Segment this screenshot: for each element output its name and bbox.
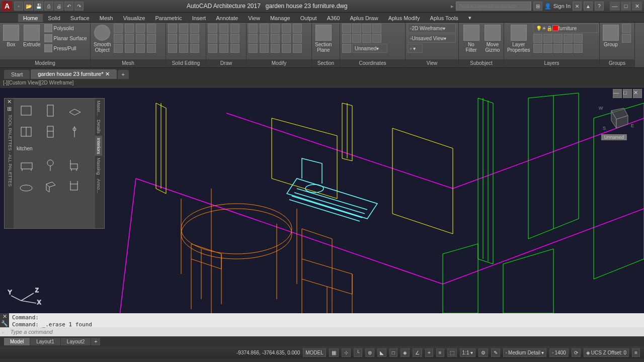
panel-solidedit-title[interactable]: Solid Editing — [166, 59, 206, 67]
panel-draw-title[interactable]: Draw — [206, 59, 246, 67]
mesh-tool-icon[interactable] — [147, 34, 156, 43]
palette-tab[interactable]: Anno... — [95, 177, 102, 196]
saveas-icon[interactable]: ⎙ — [44, 2, 53, 11]
modify-tool-icon[interactable] — [260, 34, 269, 43]
view-dropdown[interactable]: ▫ Unsaved View ▾ — [408, 34, 456, 43]
layer-tool-icon[interactable] — [574, 34, 583, 43]
modify-tool-icon[interactable] — [282, 34, 291, 43]
status-snap-icon[interactable]: ⊹ — [342, 348, 351, 357]
solidedit-tool-icon[interactable] — [179, 34, 188, 43]
group-tool-icon[interactable] — [622, 34, 631, 43]
visual-style-dropdown[interactable]: ▫ 2D Wireframe ▾ — [408, 24, 456, 33]
ribbon-overflow-icon[interactable]: ▾ — [463, 14, 476, 22]
close-button[interactable]: ✕ — [632, 2, 642, 11]
layer-tool-icon[interactable] — [533, 44, 542, 53]
draw-tool-icon[interactable] — [219, 44, 228, 53]
palette-item[interactable] — [17, 102, 37, 120]
tab-new[interactable]: + — [118, 70, 129, 79]
panel-layers-title[interactable]: Layers — [504, 59, 599, 67]
status-ortho-icon[interactable]: └ — [354, 348, 362, 357]
solidedit-tool-icon[interactable] — [190, 24, 199, 33]
tab-insert[interactable]: Insert — [187, 14, 211, 22]
cmd-input[interactable] — [8, 329, 642, 335]
group-tool-icon[interactable] — [622, 24, 631, 33]
panel-subobj-title[interactable]: Subobject — [459, 59, 504, 67]
print-icon[interactable]: 🖨 — [54, 2, 63, 11]
status-elev[interactable]: ▫ 1400 — [549, 348, 569, 357]
modify-tool-icon[interactable] — [293, 44, 302, 53]
modify-tool-icon[interactable] — [249, 44, 258, 53]
tab-solid[interactable]: Solid — [43, 14, 65, 22]
draw-tool-icon[interactable] — [219, 24, 228, 33]
maximize-button[interactable]: □ — [621, 2, 631, 11]
tab-a360[interactable]: A360 — [322, 14, 345, 22]
undo-icon[interactable]: ↶ — [64, 2, 73, 11]
layer-tool-icon[interactable] — [543, 34, 552, 43]
palette-item[interactable] — [65, 102, 85, 120]
viewcube-ucs[interactable]: Unnamed — [601, 134, 627, 140]
cmd-close-icon[interactable]: ✕ — [0, 313, 9, 320]
layout-1[interactable]: Layout1 — [30, 338, 60, 345]
planar-button[interactable]: Planar Surface — [43, 34, 88, 43]
layerprops-button[interactable]: Layer Properties — [506, 24, 531, 54]
smooth-button[interactable]: Smooth Object — [93, 24, 112, 54]
layout-add[interactable]: + — [91, 338, 100, 345]
help-icon[interactable]: ? — [595, 2, 604, 11]
layer-tool-icon[interactable] — [543, 44, 552, 53]
palette-item[interactable] — [17, 156, 37, 174]
viewcube[interactable]: S E W Unnamed — [599, 103, 634, 143]
draw-tool-icon[interactable] — [219, 34, 228, 43]
tab-parametric[interactable]: Parametric — [150, 14, 187, 22]
status-dyn-icon[interactable]: + — [425, 348, 433, 357]
tab-file[interactable]: garden house 23 furniture* ✕ — [31, 69, 116, 79]
presspull-button[interactable]: Press/Pull — [43, 44, 88, 53]
tab-annotate[interactable]: Annotate — [211, 14, 243, 22]
status-model[interactable]: MODEL — [303, 348, 326, 357]
solidedit-tool-icon[interactable] — [190, 34, 199, 43]
palette-item[interactable] — [17, 177, 37, 196]
coord-tool-icon[interactable] — [342, 34, 351, 43]
status-scale[interactable]: 1:1 ▾ — [460, 348, 475, 357]
status-replace-icon[interactable]: ⟳ — [572, 348, 581, 357]
mesh-tool-icon[interactable] — [114, 34, 123, 43]
tab-start[interactable]: Start — [4, 70, 30, 79]
layer-tool-icon[interactable] — [564, 34, 573, 43]
modify-tool-icon[interactable] — [271, 34, 280, 43]
panel-coord-title[interactable]: Coordinates — [340, 59, 405, 67]
layer-tool-icon[interactable] — [574, 44, 583, 53]
modify-tool-icon[interactable] — [249, 34, 258, 43]
palette-item[interactable] — [41, 177, 61, 196]
status-lwt-icon[interactable]: ≡ — [436, 348, 444, 357]
draw-tool-icon[interactable] — [208, 24, 217, 33]
tab-aplustools[interactable]: Aplus Tools — [425, 14, 463, 22]
gizmo-button[interactable]: Move Gizmo — [484, 24, 502, 54]
tool-palette[interactable]: ✕ ⊞ TOOL PALETTES - ALL PALETTES kitchen — [4, 98, 105, 229]
status-grid-icon[interactable]: ▦ — [329, 348, 339, 357]
solidedit-tool-icon[interactable] — [168, 24, 177, 33]
modify-tool-icon[interactable] — [293, 34, 302, 43]
panel-section-title[interactable]: Section — [312, 59, 340, 67]
tab-visualize[interactable]: Visualize — [118, 14, 150, 22]
panel-modify-title[interactable]: Modify — [247, 59, 311, 67]
modify-tool-icon[interactable] — [282, 44, 291, 53]
palette-item[interactable] — [41, 102, 61, 120]
layer-dropdown[interactable]: 💡☀🔒 furniture — [533, 24, 599, 33]
palette-item[interactable] — [17, 123, 37, 141]
status-3dosnap-icon[interactable]: ◈ — [400, 348, 410, 357]
palette-tab[interactable]: Massing — [95, 156, 102, 177]
tab-aplusdraw[interactable]: Aplus Draw — [345, 14, 383, 22]
group-button[interactable]: Group — [602, 24, 620, 48]
draw-tool-icon[interactable] — [230, 44, 239, 53]
minimize-button[interactable]: — — [610, 2, 620, 11]
coord-tool-icon[interactable] — [342, 44, 351, 53]
tab-aplusmodify[interactable]: Aplus Modify — [383, 14, 425, 22]
app-logo[interactable]: A — [2, 1, 12, 11]
new-icon[interactable]: ▫ — [14, 2, 23, 11]
status-iso-icon[interactable]: ◣ — [377, 348, 386, 357]
status-polar-icon[interactable]: ⊕ — [365, 348, 374, 357]
palette-tab[interactable]: Details — [95, 118, 102, 136]
layer-tool-icon[interactable] — [533, 34, 542, 43]
cmd-wrench-icon[interactable]: 🔧 — [0, 320, 9, 327]
extrude-button[interactable]: Extrude — [22, 24, 41, 48]
solidedit-tool-icon[interactable] — [179, 24, 188, 33]
